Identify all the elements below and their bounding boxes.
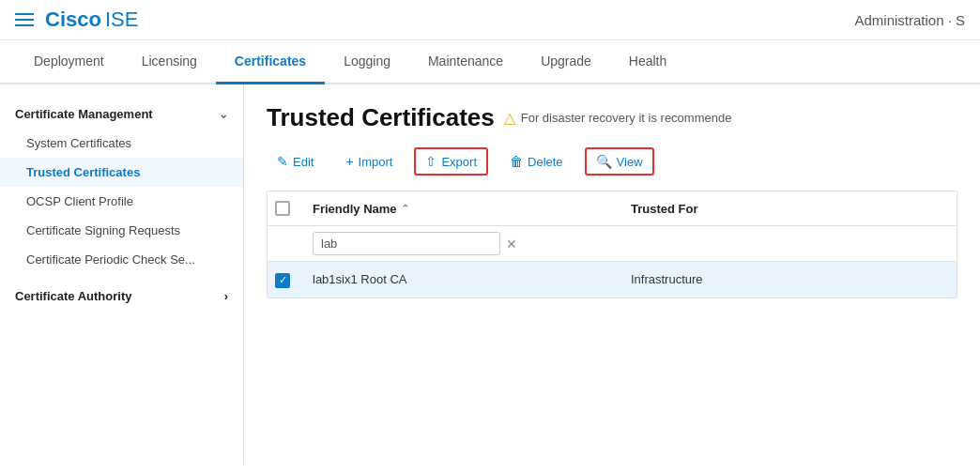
- import-button[interactable]: + Import: [335, 148, 403, 175]
- import-label: Import: [359, 155, 393, 169]
- content-area: Trusted Certificates △ For disaster reco…: [244, 84, 980, 465]
- chevron-right-icon: ›: [224, 289, 228, 303]
- chevron-down-icon: ⌄: [219, 108, 228, 121]
- delete-label: Delete: [528, 155, 563, 169]
- view-icon: 🔍: [596, 154, 612, 169]
- sidebar-item-ocsp-client[interactable]: OCSP Client Profile: [0, 187, 243, 216]
- warning-badge: △ For disaster recovery it is recommende: [504, 109, 732, 127]
- export-icon: ⇧: [425, 154, 436, 169]
- filter-input-cell: ✕: [313, 232, 631, 255]
- sidebar-section-cert-mgmt-label: Certificate Management: [15, 107, 153, 121]
- sidebar-section-cert-authority-label: Certificate Authority: [15, 289, 131, 303]
- table-row: ✓ lab1six1 Root CA Infrastructure: [268, 262, 957, 298]
- sidebar: Certificate Management ⌄ System Certific…: [0, 84, 244, 465]
- page-title: Trusted Certificates: [267, 103, 495, 132]
- import-icon: +: [345, 154, 353, 169]
- row-friendly-name: lab1six1 Root CA: [313, 272, 631, 286]
- tab-maintenance[interactable]: Maintenance: [409, 40, 522, 84]
- sidebar-item-cert-signing[interactable]: Certificate Signing Requests: [0, 216, 243, 245]
- sidebar-item-trusted-certs[interactable]: Trusted Certificates: [0, 158, 243, 187]
- header-left: Cisco ISE: [15, 8, 138, 32]
- main-layout: Certificate Management ⌄ System Certific…: [0, 84, 980, 465]
- table-header-row: Friendly Name ⌃ Trusted For: [268, 191, 957, 226]
- certificates-table: Friendly Name ⌃ Trusted For ✕ ✓: [267, 191, 957, 298]
- col-trusted-for-label: Trusted For: [631, 202, 698, 216]
- admin-label: Administration · S: [854, 12, 965, 28]
- sort-arrow-icon[interactable]: ⌃: [401, 203, 409, 215]
- col-friendly-name-label: Friendly Name: [313, 202, 397, 216]
- row-checkbox-cell: ✓: [275, 271, 313, 288]
- tab-upgrade[interactable]: Upgrade: [522, 40, 610, 84]
- friendly-name-filter[interactable]: [313, 232, 500, 255]
- tab-certificates[interactable]: Certificates: [216, 40, 325, 84]
- nav-tabs: Deployment Licensing Certificates Loggin…: [0, 40, 980, 84]
- row-checkbox[interactable]: ✓: [275, 273, 290, 288]
- brand-ise: ISE: [105, 8, 138, 32]
- sidebar-section-cert-mgmt[interactable]: Certificate Management ⌄: [0, 99, 243, 129]
- col-header-friendly-name: Friendly Name ⌃: [313, 201, 631, 216]
- warning-triangle-icon: △: [504, 109, 515, 127]
- edit-button[interactable]: ✎ Edit: [267, 148, 324, 175]
- delete-icon: 🗑: [510, 154, 523, 169]
- tab-licensing[interactable]: Licensing: [123, 40, 216, 84]
- tab-deployment[interactable]: Deployment: [15, 40, 123, 84]
- filter-row: ✕: [268, 226, 957, 262]
- col-header-checkbox: [275, 201, 313, 216]
- tab-health[interactable]: Health: [610, 40, 685, 84]
- toolbar: ✎ Edit + Import ⇧ Export 🗑 Delete 🔍 View: [267, 147, 957, 176]
- filter-clear-icon[interactable]: ✕: [506, 237, 517, 252]
- edit-icon: ✎: [277, 154, 288, 169]
- hamburger-icon[interactable]: [15, 13, 34, 26]
- sidebar-section-cert-authority[interactable]: Certificate Authority ›: [0, 282, 243, 311]
- col-header-trusted-for: Trusted For: [631, 201, 949, 216]
- select-all-checkbox[interactable]: [275, 201, 290, 216]
- view-label: View: [617, 155, 643, 169]
- brand: Cisco ISE: [45, 8, 138, 32]
- view-button[interactable]: 🔍 View: [585, 147, 654, 176]
- page-title-row: Trusted Certificates △ For disaster reco…: [267, 103, 957, 132]
- sidebar-item-system-certs[interactable]: System Certificates: [0, 129, 243, 158]
- sidebar-item-cert-periodic[interactable]: Certificate Periodic Check Se...: [0, 245, 243, 274]
- delete-button[interactable]: 🗑 Delete: [499, 148, 574, 175]
- tab-logging[interactable]: Logging: [325, 40, 409, 84]
- warning-text: For disaster recovery it is recommende: [521, 111, 732, 125]
- export-label: Export: [441, 155, 477, 169]
- export-button[interactable]: ⇧ Export: [414, 147, 488, 176]
- brand-cisco: Cisco: [45, 8, 101, 32]
- edit-label: Edit: [293, 155, 314, 169]
- top-header: Cisco ISE Administration · S: [0, 0, 980, 40]
- row-trusted-for: Infrastructure: [631, 272, 949, 286]
